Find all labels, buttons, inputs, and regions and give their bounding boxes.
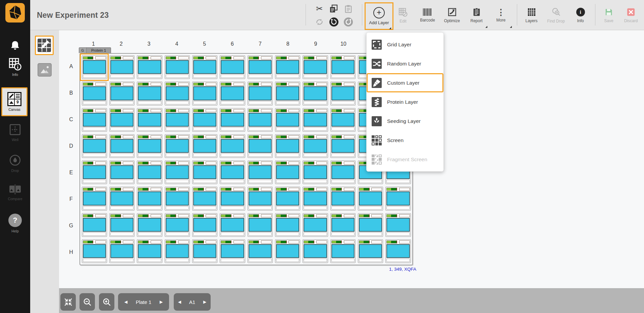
well-F6[interactable] [219, 185, 246, 212]
well-B8[interactable] [274, 80, 301, 106]
well-E6[interactable] [219, 159, 246, 185]
well-B5[interactable] [191, 80, 218, 106]
well-B4[interactable] [163, 80, 191, 106]
well-D4[interactable] [163, 133, 191, 159]
well-A2[interactable] [108, 54, 136, 80]
well-H5[interactable] [191, 238, 218, 264]
well-G7[interactable] [246, 212, 274, 238]
well-H1[interactable] [80, 238, 108, 264]
well-A9[interactable] [302, 54, 329, 80]
well-D3[interactable] [136, 133, 163, 159]
well-B3[interactable] [136, 80, 163, 106]
menu-item-grid-layer[interactable]: Grid Layer [367, 35, 443, 54]
well-G9[interactable] [302, 212, 329, 238]
well-C8[interactable] [274, 107, 301, 133]
well-F3[interactable] [136, 185, 163, 212]
cut-button[interactable]: ✂ [313, 2, 326, 15]
well-H10[interactable] [329, 238, 357, 264]
zoom-in-button[interactable] [99, 293, 114, 311]
info-button[interactable]: i Info [568, 3, 593, 28]
well-F4[interactable] [163, 185, 191, 212]
well-D6[interactable] [219, 133, 246, 159]
report-button[interactable]: Report [464, 3, 489, 28]
well-B6[interactable] [219, 80, 246, 106]
menu-item-protein-layer[interactable]: Protein Layer [367, 92, 443, 111]
well-H12[interactable] [384, 238, 412, 264]
well-F2[interactable] [108, 185, 136, 212]
add-layer-button[interactable]: + Add Layer [365, 2, 393, 30]
well-G2[interactable] [108, 212, 136, 238]
well-A1[interactable] [80, 54, 108, 80]
well-A3[interactable] [136, 54, 163, 80]
menu-item-screen[interactable]: Screen [367, 131, 443, 150]
well-F12[interactable] [384, 185, 412, 212]
layers-button[interactable]: Layers [519, 3, 544, 28]
well-prev-button[interactable]: ◀ [176, 298, 183, 306]
well-C4[interactable] [163, 107, 191, 133]
well-H6[interactable] [219, 238, 246, 264]
more-button[interactable]: ⋮ More [489, 3, 513, 28]
menu-item-seeding-layer[interactable]: Seeding Layer [367, 111, 443, 131]
well-D9[interactable] [302, 133, 329, 159]
well-D10[interactable] [329, 133, 357, 159]
sidebar-item-canvas[interactable]: 9 Canvas [1, 87, 28, 116]
well-H7[interactable] [246, 238, 274, 264]
well-E5[interactable] [191, 159, 218, 185]
well-G12[interactable] [384, 212, 412, 238]
well-E9[interactable] [302, 159, 329, 185]
layer-tab[interactable]: G Protein 1 [79, 47, 111, 53]
sidebar-item-notifications[interactable] [0, 40, 30, 52]
well-H11[interactable] [357, 238, 384, 264]
well-next-button[interactable]: ▶ [201, 298, 208, 306]
design-layer-tool-button[interactable] [35, 36, 54, 55]
well-B7[interactable] [246, 80, 274, 106]
well-E3[interactable] [136, 159, 163, 185]
well-D1[interactable] [80, 133, 108, 159]
sidebar-item-info[interactable]: Info [0, 58, 30, 77]
well-E2[interactable] [108, 159, 136, 185]
well-F7[interactable] [246, 185, 274, 212]
well-F5[interactable] [191, 185, 218, 212]
well-G4[interactable] [163, 212, 191, 238]
well-H3[interactable] [136, 238, 163, 264]
fit-view-button[interactable] [60, 293, 76, 311]
well-C3[interactable] [136, 107, 163, 133]
well-E1[interactable] [80, 159, 108, 185]
well-E10[interactable] [329, 159, 357, 185]
well-B1[interactable] [80, 80, 108, 106]
well-B9[interactable] [302, 80, 329, 106]
well-G11[interactable] [357, 212, 384, 238]
well-H9[interactable] [302, 238, 329, 264]
undo-button[interactable] [327, 15, 340, 28]
well-C9[interactable] [302, 107, 329, 133]
well-D2[interactable] [108, 133, 136, 159]
zoom-out-button[interactable] [79, 293, 95, 311]
well-B2[interactable] [108, 80, 136, 106]
well-D7[interactable] [246, 133, 274, 159]
barcode-button[interactable]: Barcode [415, 3, 440, 28]
well-G1[interactable] [80, 212, 108, 238]
copy-button[interactable] [327, 2, 340, 15]
well-D8[interactable] [274, 133, 301, 159]
well-H4[interactable] [163, 238, 191, 264]
menu-item-random-layer[interactable]: Random Layer [367, 54, 443, 73]
well-G6[interactable] [219, 212, 246, 238]
well-C1[interactable] [80, 107, 108, 133]
plate-prev-button[interactable]: ◀ [122, 298, 129, 306]
well-B10[interactable] [329, 80, 357, 106]
well-E7[interactable] [246, 159, 274, 185]
well-F11[interactable] [357, 185, 384, 212]
plate-next-button[interactable]: ▶ [158, 298, 165, 306]
well-G5[interactable] [191, 212, 218, 238]
well-F10[interactable] [329, 185, 357, 212]
well-G3[interactable] [136, 212, 163, 238]
well-A6[interactable] [219, 54, 246, 80]
well-A4[interactable] [163, 54, 191, 80]
well-E8[interactable] [274, 159, 301, 185]
well-F8[interactable] [274, 185, 301, 212]
well-F9[interactable] [302, 185, 329, 212]
well-F1[interactable] [80, 185, 108, 212]
well-H8[interactable] [274, 238, 301, 264]
well-G8[interactable] [274, 212, 301, 238]
app-logo[interactable] [5, 3, 25, 23]
